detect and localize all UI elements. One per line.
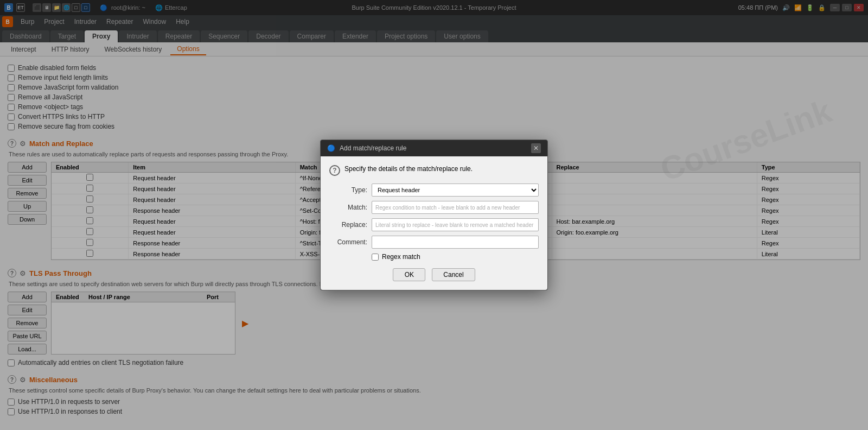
type-select[interactable]: Request header Response header Request b… xyxy=(372,184,539,197)
add-match-replace-dialog: 🔵 Add match/replace rule ✕ ? Specify the… xyxy=(320,140,548,290)
dialog-body: ? Specify the details of the match/repla… xyxy=(321,156,547,290)
comment-row: Comment: xyxy=(329,236,539,249)
match-label: Match: xyxy=(329,204,367,211)
comment-label: Comment: xyxy=(329,238,367,246)
replace-row: Replace: xyxy=(329,218,539,231)
dialog-close-button[interactable]: ✕ xyxy=(531,143,541,153)
match-row: Match: xyxy=(329,201,539,214)
dialog-title-left: 🔵 Add match/replace rule xyxy=(327,144,406,152)
dialog-form: Type: Request header Response header Req… xyxy=(329,184,539,261)
dialog-ok-button[interactable]: OK xyxy=(393,268,425,281)
dialog-info-text: Specify the details of the match/replace… xyxy=(344,165,473,173)
comment-input[interactable] xyxy=(372,236,539,249)
dialog-title: Add match/replace rule xyxy=(340,144,406,152)
dialog-info-icon: ? xyxy=(329,165,340,176)
dialog-title-bar: 🔵 Add match/replace rule ✕ xyxy=(321,140,547,156)
replace-input[interactable] xyxy=(372,218,539,231)
dialog-icon: 🔵 xyxy=(327,144,335,152)
regex-match-label: Regex match xyxy=(382,253,420,261)
replace-label: Replace: xyxy=(329,221,367,229)
dialog-buttons: OK Cancel xyxy=(329,268,539,281)
regex-match-checkbox[interactable] xyxy=(372,254,379,261)
type-label: Type: xyxy=(329,186,367,194)
dialog-cancel-button[interactable]: Cancel xyxy=(432,268,475,281)
type-row: Type: Request header Response header Req… xyxy=(329,184,539,197)
dialog-info: ? Specify the details of the match/repla… xyxy=(329,165,539,176)
regex-match-row: Regex match xyxy=(372,253,539,261)
dialog-overlay: 🔵 Add match/replace rule ✕ ? Specify the… xyxy=(0,0,868,430)
match-input[interactable] xyxy=(372,201,539,214)
